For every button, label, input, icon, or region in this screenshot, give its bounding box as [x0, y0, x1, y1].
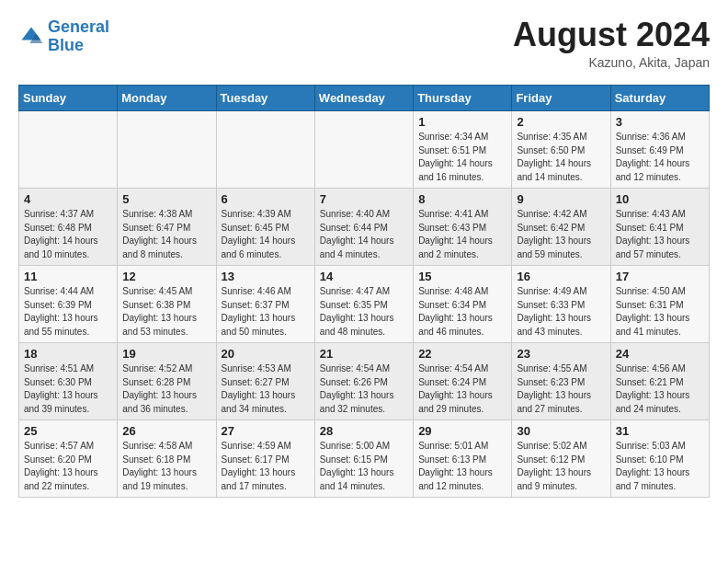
page-header: General Blue August 2024 Kazuno, Akita, …	[18, 18, 710, 70]
calendar-cell: 6Sunrise: 4:39 AM Sunset: 6:45 PM Daylig…	[216, 189, 314, 266]
day-number: 28	[320, 424, 408, 438]
day-info: Sunrise: 4:51 AM Sunset: 6:30 PM Dayligh…	[24, 362, 112, 416]
calendar-cell	[216, 111, 314, 189]
calendar-table: SundayMondayTuesdayWednesdayThursdayFrid…	[18, 85, 710, 498]
calendar-cell	[314, 111, 413, 189]
day-number: 12	[122, 270, 210, 283]
calendar-cell: 1Sunrise: 4:34 AM Sunset: 6:51 PM Daylig…	[414, 111, 512, 189]
day-info: Sunrise: 4:54 AM Sunset: 6:26 PM Dayligh…	[320, 362, 408, 416]
weekday-header-friday: Friday	[512, 86, 610, 111]
day-number: 4	[24, 192, 112, 206]
calendar-cell: 8Sunrise: 4:41 AM Sunset: 6:43 PM Daylig…	[414, 189, 512, 266]
logo-text: General Blue	[48, 18, 109, 55]
day-info: Sunrise: 5:02 AM Sunset: 6:12 PM Dayligh…	[517, 440, 605, 493]
calendar-cell	[19, 111, 118, 189]
weekday-header-row: SundayMondayTuesdayWednesdayThursdayFrid…	[19, 86, 710, 111]
day-info: Sunrise: 5:03 AM Sunset: 6:10 PM Dayligh…	[616, 440, 704, 493]
calendar-cell: 23Sunrise: 4:55 AM Sunset: 6:23 PM Dayli…	[512, 343, 610, 420]
day-number: 19	[122, 347, 210, 361]
calendar-cell: 29Sunrise: 5:01 AM Sunset: 6:13 PM Dayli…	[414, 420, 512, 498]
calendar-cell: 21Sunrise: 4:54 AM Sunset: 6:26 PM Dayli…	[314, 343, 413, 420]
day-number: 1	[418, 115, 506, 129]
calendar-week-row: 18Sunrise: 4:51 AM Sunset: 6:30 PM Dayli…	[19, 343, 710, 420]
calendar-cell: 20Sunrise: 4:53 AM Sunset: 6:27 PM Dayli…	[216, 343, 314, 420]
day-number: 30	[517, 424, 605, 438]
calendar-cell: 11Sunrise: 4:44 AM Sunset: 6:39 PM Dayli…	[19, 266, 118, 343]
weekday-header-wednesday: Wednesday	[314, 86, 413, 111]
day-info: Sunrise: 4:52 AM Sunset: 6:28 PM Dayligh…	[122, 362, 210, 416]
weekday-header-saturday: Saturday	[610, 86, 709, 111]
weekday-header-thursday: Thursday	[414, 86, 512, 111]
day-info: Sunrise: 4:49 AM Sunset: 6:33 PM Dayligh…	[517, 285, 605, 339]
day-number: 5	[122, 192, 210, 206]
day-number: 11	[24, 270, 112, 283]
calendar-week-row: 25Sunrise: 4:57 AM Sunset: 6:20 PM Dayli…	[19, 420, 710, 498]
day-number: 10	[616, 192, 704, 206]
calendar-cell: 27Sunrise: 4:59 AM Sunset: 6:17 PM Dayli…	[216, 420, 314, 498]
day-number: 6	[222, 192, 310, 206]
day-number: 25	[24, 424, 112, 438]
day-number: 14	[320, 270, 408, 283]
day-number: 27	[222, 424, 310, 438]
day-number: 17	[616, 270, 704, 283]
logo: General Blue	[18, 18, 109, 55]
day-info: Sunrise: 4:54 AM Sunset: 6:24 PM Dayligh…	[418, 362, 506, 416]
calendar-cell	[118, 111, 216, 189]
day-number: 23	[517, 347, 605, 361]
day-info: Sunrise: 5:01 AM Sunset: 6:13 PM Dayligh…	[418, 440, 506, 493]
day-info: Sunrise: 4:42 AM Sunset: 6:42 PM Dayligh…	[517, 208, 605, 261]
day-number: 15	[418, 270, 506, 283]
calendar-cell: 26Sunrise: 4:58 AM Sunset: 6:18 PM Dayli…	[118, 420, 216, 498]
calendar-cell: 18Sunrise: 4:51 AM Sunset: 6:30 PM Dayli…	[19, 343, 118, 420]
day-info: Sunrise: 4:43 AM Sunset: 6:41 PM Dayligh…	[616, 208, 704, 261]
calendar-cell: 22Sunrise: 4:54 AM Sunset: 6:24 PM Dayli…	[414, 343, 512, 420]
day-number: 9	[517, 192, 605, 206]
calendar-cell: 10Sunrise: 4:43 AM Sunset: 6:41 PM Dayli…	[610, 189, 709, 266]
day-info: Sunrise: 4:36 AM Sunset: 6:49 PM Dayligh…	[616, 131, 704, 184]
day-info: Sunrise: 4:55 AM Sunset: 6:23 PM Dayligh…	[517, 362, 605, 416]
calendar-cell: 9Sunrise: 4:42 AM Sunset: 6:42 PM Daylig…	[512, 189, 610, 266]
day-info: Sunrise: 5:00 AM Sunset: 6:15 PM Dayligh…	[320, 440, 408, 493]
logo-line2: Blue	[48, 36, 84, 54]
calendar-cell: 2Sunrise: 4:35 AM Sunset: 6:50 PM Daylig…	[512, 111, 610, 189]
day-number: 26	[122, 424, 210, 438]
month-year: August 2024	[513, 18, 710, 52]
calendar-cell: 19Sunrise: 4:52 AM Sunset: 6:28 PM Dayli…	[118, 343, 216, 420]
day-number: 16	[517, 270, 605, 283]
day-info: Sunrise: 4:59 AM Sunset: 6:17 PM Dayligh…	[222, 440, 310, 493]
day-number: 24	[616, 347, 704, 361]
day-number: 20	[222, 347, 310, 361]
calendar-cell: 3Sunrise: 4:36 AM Sunset: 6:49 PM Daylig…	[610, 111, 709, 189]
day-number: 22	[418, 347, 506, 361]
day-info: Sunrise: 4:34 AM Sunset: 6:51 PM Dayligh…	[418, 131, 506, 184]
location: Kazuno, Akita, Japan	[513, 55, 710, 70]
weekday-header-sunday: Sunday	[19, 86, 118, 111]
logo-line1: General	[48, 17, 109, 36]
day-number: 13	[222, 270, 310, 283]
weekday-header-tuesday: Tuesday	[216, 86, 314, 111]
day-info: Sunrise: 4:46 AM Sunset: 6:37 PM Dayligh…	[222, 285, 310, 339]
day-info: Sunrise: 4:57 AM Sunset: 6:20 PM Dayligh…	[24, 440, 112, 493]
calendar-cell: 14Sunrise: 4:47 AM Sunset: 6:35 PM Dayli…	[314, 266, 413, 343]
calendar-cell: 24Sunrise: 4:56 AM Sunset: 6:21 PM Dayli…	[610, 343, 709, 420]
day-number: 3	[616, 115, 704, 129]
day-info: Sunrise: 4:41 AM Sunset: 6:43 PM Dayligh…	[418, 208, 506, 261]
calendar-cell: 7Sunrise: 4:40 AM Sunset: 6:44 PM Daylig…	[314, 189, 413, 266]
day-number: 29	[418, 424, 506, 438]
calendar-week-row: 1Sunrise: 4:34 AM Sunset: 6:51 PM Daylig…	[19, 111, 710, 189]
day-number: 18	[24, 347, 112, 361]
day-info: Sunrise: 4:38 AM Sunset: 6:47 PM Dayligh…	[122, 208, 210, 261]
day-info: Sunrise: 4:44 AM Sunset: 6:39 PM Dayligh…	[24, 285, 112, 339]
day-number: 7	[320, 192, 408, 206]
calendar-cell: 15Sunrise: 4:48 AM Sunset: 6:34 PM Dayli…	[414, 266, 512, 343]
day-number: 21	[320, 347, 408, 361]
day-info: Sunrise: 4:58 AM Sunset: 6:18 PM Dayligh…	[122, 440, 210, 493]
calendar-cell: 17Sunrise: 4:50 AM Sunset: 6:31 PM Dayli…	[610, 266, 709, 343]
calendar-cell: 31Sunrise: 5:03 AM Sunset: 6:10 PM Dayli…	[610, 420, 709, 498]
calendar-cell: 4Sunrise: 4:37 AM Sunset: 6:48 PM Daylig…	[19, 189, 118, 266]
calendar-cell: 28Sunrise: 5:00 AM Sunset: 6:15 PM Dayli…	[314, 420, 413, 498]
logo-icon	[18, 24, 44, 50]
calendar-week-row: 4Sunrise: 4:37 AM Sunset: 6:48 PM Daylig…	[19, 189, 710, 266]
weekday-header-monday: Monday	[118, 86, 216, 111]
day-number: 2	[517, 115, 605, 129]
